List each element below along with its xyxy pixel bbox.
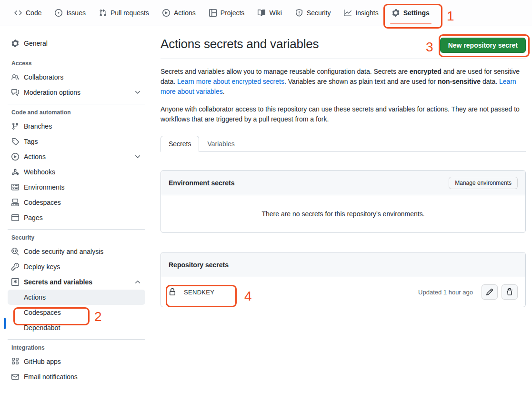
tab-pull-requests[interactable]: Pull requests bbox=[93, 0, 155, 26]
sidebar-item-environments[interactable]: Environments bbox=[8, 180, 145, 195]
sidebar-item-deploy-keys[interactable]: Deploy keys bbox=[8, 259, 145, 274]
description-paragraph: Secrets and variables allow you to manag… bbox=[161, 67, 526, 97]
sidebar-item-branches[interactable]: Branches bbox=[8, 119, 145, 134]
sidebar-item-collaborators[interactable]: Collaborators bbox=[8, 70, 145, 85]
gear-icon bbox=[392, 9, 400, 17]
sidebar-item-secrets-codespaces[interactable]: Codespaces bbox=[8, 305, 145, 320]
sidebar-section-integrations: Integrations bbox=[11, 344, 145, 351]
webhook-icon bbox=[11, 168, 19, 176]
tab-projects[interactable]: Projects bbox=[203, 0, 251, 26]
sidebar-divider bbox=[8, 229, 145, 230]
sidebar-item-label: Dependabot bbox=[24, 324, 60, 332]
secrets-variables-tabnav: Secrets Variables bbox=[161, 136, 526, 152]
sidebar-item-label: Email notifications bbox=[24, 373, 78, 381]
tab-wiki[interactable]: Wiki bbox=[252, 0, 287, 26]
environment-secrets-empty-message: There are no secrets for this repository… bbox=[161, 195, 525, 232]
selected-item-indicator bbox=[4, 318, 6, 329]
main-content: Actions secrets and variables New reposi… bbox=[161, 26, 526, 307]
chevron-down-icon bbox=[134, 89, 141, 96]
code-icon bbox=[14, 9, 22, 17]
description-text: Secrets and variables allow you to manag… bbox=[161, 68, 410, 75]
tab-code-label: Code bbox=[26, 9, 41, 17]
sidebar-item-codespaces[interactable]: Codespaces bbox=[8, 195, 145, 210]
sidebar-divider bbox=[8, 339, 145, 340]
sidebar-item-email-notifications[interactable]: Email notifications bbox=[8, 369, 145, 384]
description-text: . bbox=[223, 88, 225, 95]
lock-icon bbox=[169, 288, 176, 296]
tab-variables[interactable]: Variables bbox=[199, 136, 242, 152]
non-sensitive-bold: non-sensitive bbox=[438, 78, 481, 85]
collaborator-access-paragraph: Anyone with collaborator access to this … bbox=[161, 104, 526, 124]
sidebar-item-label: Actions bbox=[24, 153, 46, 161]
active-tab-underline bbox=[390, 23, 432, 24]
sidebar-divider bbox=[8, 55, 145, 55]
repository-secrets-title: Repository secrets bbox=[169, 261, 229, 269]
learn-more-encrypted-secrets-link[interactable]: Learn more about encrypted secrets bbox=[177, 78, 284, 85]
sidebar-item-label: GitHub apps bbox=[24, 358, 61, 365]
codespaces-icon bbox=[11, 199, 19, 206]
encrypted-bold: encrypted bbox=[410, 68, 442, 75]
browser-icon bbox=[11, 214, 19, 222]
sidebar-item-moderation-options[interactable]: Moderation options bbox=[8, 85, 145, 100]
sidebar-item-actions[interactable]: Actions bbox=[8, 149, 145, 164]
edit-secret-button[interactable] bbox=[482, 284, 498, 300]
graph-icon bbox=[344, 9, 351, 17]
sidebar-item-secrets-actions[interactable]: Actions bbox=[8, 290, 145, 305]
sidebar-item-label: Codespaces bbox=[24, 199, 61, 206]
environment-secrets-box: Environment secrets Manage environments … bbox=[161, 170, 526, 233]
tag-icon bbox=[11, 138, 19, 145]
tab-settings[interactable]: Settings bbox=[386, 0, 435, 26]
sidebar-item-label: Code security and analysis bbox=[24, 248, 103, 255]
description-text: data. bbox=[481, 78, 499, 85]
tab-insights[interactable]: Insights bbox=[338, 0, 384, 26]
sidebar-section-security: Security bbox=[11, 234, 145, 241]
table-icon bbox=[209, 9, 217, 17]
sidebar-item-tags[interactable]: Tags bbox=[8, 134, 145, 149]
tab-security[interactable]: Security bbox=[290, 0, 337, 26]
sidebar-item-code-security[interactable]: Code security and analysis bbox=[8, 244, 145, 259]
gear-icon bbox=[11, 40, 19, 47]
settings-sidebar: General Access Collaborators Moderation … bbox=[0, 26, 153, 413]
sidebar-section-code-automation: Code and automation bbox=[11, 109, 145, 116]
tab-actions[interactable]: Actions bbox=[157, 0, 201, 26]
sidebar-item-label: Moderation options bbox=[24, 89, 80, 96]
git-pull-request-icon bbox=[99, 9, 107, 17]
secret-updated-timestamp: Updated 1 hour ago bbox=[418, 289, 473, 296]
chevron-down-icon bbox=[134, 153, 141, 161]
sidebar-item-label: Actions bbox=[24, 293, 46, 301]
play-icon bbox=[11, 153, 19, 161]
pencil-icon bbox=[486, 288, 493, 296]
manage-environments-button[interactable]: Manage environments bbox=[449, 177, 518, 189]
tab-actions-label: Actions bbox=[174, 9, 196, 17]
sidebar-item-label: Branches bbox=[24, 122, 52, 130]
heading-divider bbox=[161, 59, 526, 59]
tab-projects-label: Projects bbox=[221, 9, 245, 17]
shield-icon bbox=[295, 9, 303, 17]
sidebar-item-secrets-dependabot[interactable]: Dependabot bbox=[8, 320, 145, 335]
sidebar-item-label: Codespaces bbox=[24, 309, 61, 316]
sidebar-section-access: Access bbox=[11, 60, 145, 67]
sidebar-item-label: Collaborators bbox=[24, 73, 63, 81]
sidebar-divider bbox=[8, 104, 145, 104]
secret-name: SENDKEY bbox=[184, 289, 214, 296]
git-branch-icon bbox=[11, 122, 19, 130]
tab-issues-label: Issues bbox=[66, 9, 85, 17]
sidebar-item-secrets-and-variables[interactable]: Secrets and variables bbox=[8, 274, 145, 290]
tab-insights-label: Insights bbox=[355, 9, 378, 17]
trash-icon bbox=[506, 288, 513, 296]
sidebar-item-label: Secrets and variables bbox=[24, 278, 92, 286]
new-repository-secret-button[interactable]: New repository secret bbox=[440, 38, 526, 53]
sidebar-item-pages[interactable]: Pages bbox=[8, 210, 145, 225]
tab-code[interactable]: Code bbox=[9, 0, 47, 26]
sidebar-item-webhooks[interactable]: Webhooks bbox=[8, 164, 145, 180]
sidebar-item-general[interactable]: General bbox=[8, 36, 145, 51]
server-icon bbox=[11, 183, 19, 191]
delete-secret-button[interactable] bbox=[502, 284, 518, 300]
key-asterisk-icon bbox=[11, 278, 19, 286]
tab-secrets[interactable]: Secrets bbox=[161, 136, 199, 152]
tab-pull-requests-label: Pull requests bbox=[110, 9, 149, 17]
page-title: Actions secrets and variables bbox=[161, 37, 319, 51]
sidebar-item-github-apps[interactable]: GitHub apps bbox=[8, 354, 145, 369]
book-icon bbox=[258, 9, 265, 17]
tab-issues[interactable]: Issues bbox=[49, 0, 91, 26]
